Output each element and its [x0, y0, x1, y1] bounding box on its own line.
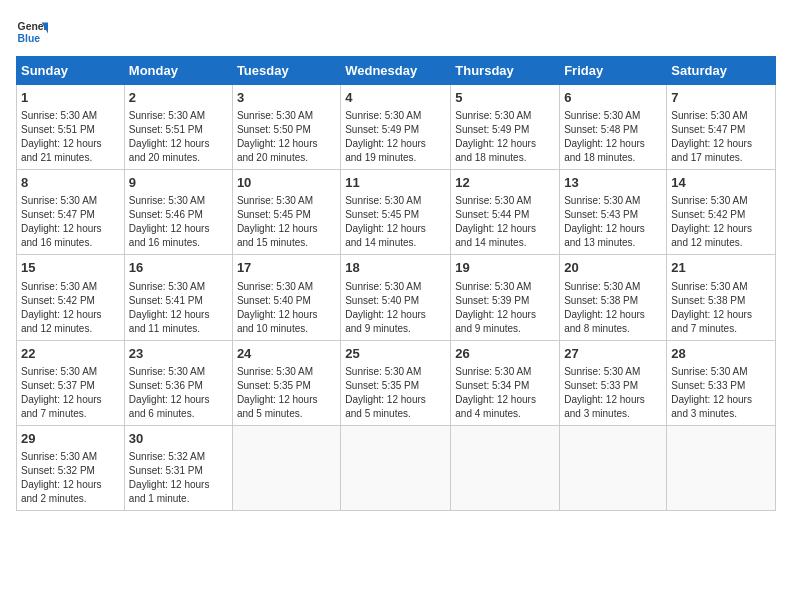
col-monday: Monday	[124, 57, 232, 85]
day-number: 14	[671, 174, 771, 192]
day-info: Daylight: 12 hours	[21, 478, 120, 492]
day-number: 7	[671, 89, 771, 107]
day-number: 8	[21, 174, 120, 192]
day-info: and 20 minutes.	[129, 151, 228, 165]
day-number: 16	[129, 259, 228, 277]
table-row: 20Sunrise: 5:30 AMSunset: 5:38 PMDayligh…	[560, 255, 667, 340]
day-info: Sunset: 5:46 PM	[129, 208, 228, 222]
calendar-week: 22Sunrise: 5:30 AMSunset: 5:37 PMDayligh…	[17, 340, 776, 425]
day-info: Daylight: 12 hours	[345, 308, 446, 322]
day-info: Daylight: 12 hours	[455, 137, 555, 151]
calendar-body: 1Sunrise: 5:30 AMSunset: 5:51 PMDaylight…	[17, 85, 776, 511]
col-saturday: Saturday	[667, 57, 776, 85]
day-info: Sunset: 5:49 PM	[455, 123, 555, 137]
day-number: 18	[345, 259, 446, 277]
day-info: Daylight: 12 hours	[345, 393, 446, 407]
table-row: 2Sunrise: 5:30 AMSunset: 5:51 PMDaylight…	[124, 85, 232, 170]
day-info: and 15 minutes.	[237, 236, 336, 250]
day-info: Sunrise: 5:30 AM	[237, 109, 336, 123]
day-info: Daylight: 12 hours	[564, 393, 662, 407]
table-row: 7Sunrise: 5:30 AMSunset: 5:47 PMDaylight…	[667, 85, 776, 170]
day-info: Sunrise: 5:30 AM	[237, 365, 336, 379]
table-row	[667, 425, 776, 510]
col-thursday: Thursday	[451, 57, 560, 85]
day-info: Sunset: 5:51 PM	[129, 123, 228, 137]
day-number: 5	[455, 89, 555, 107]
day-info: Sunrise: 5:30 AM	[564, 194, 662, 208]
day-info: Daylight: 12 hours	[455, 222, 555, 236]
day-info: Sunrise: 5:30 AM	[455, 365, 555, 379]
day-info: and 7 minutes.	[21, 407, 120, 421]
day-info: Daylight: 12 hours	[671, 308, 771, 322]
day-info: and 5 minutes.	[345, 407, 446, 421]
day-info: and 13 minutes.	[564, 236, 662, 250]
day-info: Sunrise: 5:30 AM	[455, 280, 555, 294]
day-info: Daylight: 12 hours	[564, 137, 662, 151]
svg-text:Blue: Blue	[18, 33, 41, 44]
day-info: Daylight: 12 hours	[564, 308, 662, 322]
day-info: Daylight: 12 hours	[237, 308, 336, 322]
table-row: 10Sunrise: 5:30 AMSunset: 5:45 PMDayligh…	[232, 170, 340, 255]
day-info: and 1 minute.	[129, 492, 228, 506]
day-info: Sunrise: 5:30 AM	[21, 365, 120, 379]
day-info: Sunrise: 5:32 AM	[129, 450, 228, 464]
table-row: 15Sunrise: 5:30 AMSunset: 5:42 PMDayligh…	[17, 255, 125, 340]
day-info: Sunrise: 5:30 AM	[129, 365, 228, 379]
calendar-week: 1Sunrise: 5:30 AMSunset: 5:51 PMDaylight…	[17, 85, 776, 170]
day-info: Sunset: 5:34 PM	[455, 379, 555, 393]
day-info: Daylight: 12 hours	[455, 393, 555, 407]
table-row: 26Sunrise: 5:30 AMSunset: 5:34 PMDayligh…	[451, 340, 560, 425]
day-number: 1	[21, 89, 120, 107]
table-row: 4Sunrise: 5:30 AMSunset: 5:49 PMDaylight…	[341, 85, 451, 170]
day-info: Sunset: 5:35 PM	[345, 379, 446, 393]
day-info: Daylight: 12 hours	[21, 393, 120, 407]
day-info: Sunset: 5:51 PM	[21, 123, 120, 137]
day-info: and 3 minutes.	[564, 407, 662, 421]
day-info: and 7 minutes.	[671, 322, 771, 336]
table-row: 28Sunrise: 5:30 AMSunset: 5:33 PMDayligh…	[667, 340, 776, 425]
day-info: Sunrise: 5:30 AM	[671, 365, 771, 379]
table-row: 17Sunrise: 5:30 AMSunset: 5:40 PMDayligh…	[232, 255, 340, 340]
day-info: Sunset: 5:45 PM	[345, 208, 446, 222]
day-info: Daylight: 12 hours	[21, 222, 120, 236]
table-row: 5Sunrise: 5:30 AMSunset: 5:49 PMDaylight…	[451, 85, 560, 170]
day-info: Sunset: 5:44 PM	[455, 208, 555, 222]
col-friday: Friday	[560, 57, 667, 85]
calendar-week: 8Sunrise: 5:30 AMSunset: 5:47 PMDaylight…	[17, 170, 776, 255]
day-info: Daylight: 12 hours	[129, 137, 228, 151]
day-number: 26	[455, 345, 555, 363]
table-row: 18Sunrise: 5:30 AMSunset: 5:40 PMDayligh…	[341, 255, 451, 340]
calendar-week: 29Sunrise: 5:30 AMSunset: 5:32 PMDayligh…	[17, 425, 776, 510]
day-info: Sunset: 5:38 PM	[671, 294, 771, 308]
day-info: Sunset: 5:33 PM	[564, 379, 662, 393]
day-info: and 10 minutes.	[237, 322, 336, 336]
col-sunday: Sunday	[17, 57, 125, 85]
day-info: Sunrise: 5:30 AM	[671, 280, 771, 294]
logo: General Blue	[16, 16, 48, 48]
day-number: 25	[345, 345, 446, 363]
table-row	[232, 425, 340, 510]
table-row: 24Sunrise: 5:30 AMSunset: 5:35 PMDayligh…	[232, 340, 340, 425]
table-row: 3Sunrise: 5:30 AMSunset: 5:50 PMDaylight…	[232, 85, 340, 170]
table-row: 22Sunrise: 5:30 AMSunset: 5:37 PMDayligh…	[17, 340, 125, 425]
day-info: Daylight: 12 hours	[21, 137, 120, 151]
day-info: Daylight: 12 hours	[129, 222, 228, 236]
day-info: Sunset: 5:36 PM	[129, 379, 228, 393]
day-info: Daylight: 12 hours	[237, 137, 336, 151]
table-row: 9Sunrise: 5:30 AMSunset: 5:46 PMDaylight…	[124, 170, 232, 255]
day-number: 28	[671, 345, 771, 363]
table-row: 29Sunrise: 5:30 AMSunset: 5:32 PMDayligh…	[17, 425, 125, 510]
day-info: Sunset: 5:49 PM	[345, 123, 446, 137]
day-info: and 18 minutes.	[564, 151, 662, 165]
day-info: Sunset: 5:47 PM	[671, 123, 771, 137]
day-info: Sunrise: 5:30 AM	[564, 109, 662, 123]
table-row: 21Sunrise: 5:30 AMSunset: 5:38 PMDayligh…	[667, 255, 776, 340]
day-info: and 14 minutes.	[455, 236, 555, 250]
day-info: Daylight: 12 hours	[671, 222, 771, 236]
day-info: Sunrise: 5:30 AM	[455, 194, 555, 208]
table-row: 6Sunrise: 5:30 AMSunset: 5:48 PMDaylight…	[560, 85, 667, 170]
day-number: 2	[129, 89, 228, 107]
day-info: Sunrise: 5:30 AM	[21, 280, 120, 294]
day-info: and 16 minutes.	[21, 236, 120, 250]
day-number: 9	[129, 174, 228, 192]
